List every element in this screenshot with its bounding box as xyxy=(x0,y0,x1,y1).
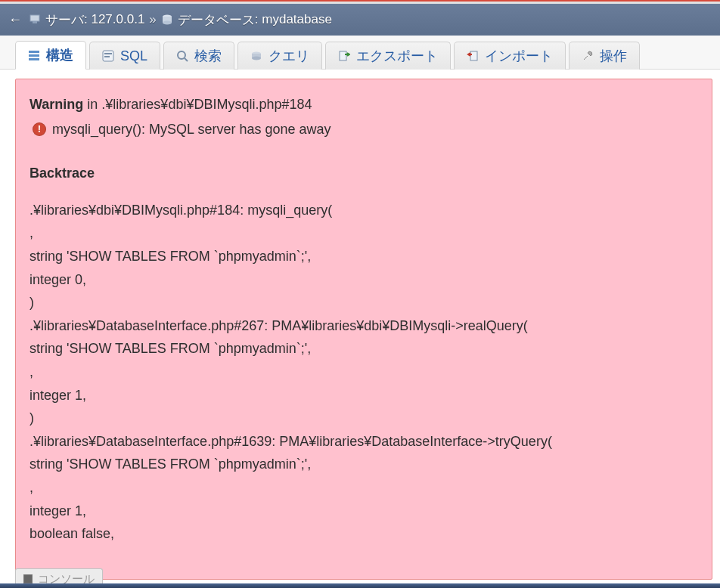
bottom-strip xyxy=(0,583,720,588)
error-box: Warning in .¥libraries¥dbi¥DBIMysqli.php… xyxy=(15,79,712,580)
tab-export[interactable]: エクスポート xyxy=(325,42,451,70)
main-area: Warning in .¥libraries¥dbi¥DBIMysqli.php… xyxy=(0,70,720,588)
search-icon xyxy=(176,50,188,62)
error-header: Warning in .¥libraries¥dbi¥DBIMysqli.php… xyxy=(29,93,698,116)
tab-label: 操作 xyxy=(600,47,627,65)
error-message-line: ! mysqli_query(): MySQL server has gone … xyxy=(29,118,698,141)
svg-point-11 xyxy=(178,51,185,59)
svg-rect-17 xyxy=(470,51,477,60)
breadcrumb: ← サーバ : 127.0.0.1 » データベース : xyxy=(0,4,720,36)
tab-structure[interactable]: 構造 xyxy=(15,41,86,70)
backtrace-text: .¥libraries¥dbi¥DBIMysqli.php#184: mysql… xyxy=(29,199,698,546)
breadcrumb-server[interactable]: サーバ : 127.0.0.1 xyxy=(29,11,144,29)
tab-sql[interactable]: SQL xyxy=(89,42,160,70)
breadcrumb-db-label: データベース xyxy=(178,11,255,29)
tab-label: 構造 xyxy=(46,46,73,64)
svg-rect-5 xyxy=(29,51,39,53)
tab-label: SQL xyxy=(120,48,147,64)
tab-search[interactable]: 検索 xyxy=(163,42,234,70)
backtrace-heading: Backtrace xyxy=(29,162,698,185)
svg-rect-10 xyxy=(104,56,110,57)
back-arrow-icon[interactable]: ← xyxy=(8,12,23,28)
svg-rect-6 xyxy=(29,54,39,57)
query-icon xyxy=(250,50,262,62)
tab-label: インポート xyxy=(485,47,553,65)
tab-label: エクスポート xyxy=(356,47,438,65)
export-icon xyxy=(338,50,350,62)
database-icon xyxy=(161,14,173,26)
breadcrumb-server-value: 127.0.0.1 xyxy=(91,12,144,27)
breadcrumb-database[interactable]: データベース : mydatabase xyxy=(161,11,332,29)
tab-query[interactable]: クエリ xyxy=(237,42,322,70)
svg-point-15 xyxy=(252,57,261,60)
svg-line-12 xyxy=(185,58,188,61)
svg-point-4 xyxy=(163,21,172,25)
tab-label: クエリ xyxy=(268,47,309,65)
tab-operations[interactable]: 操作 xyxy=(569,42,640,70)
tab-import[interactable]: インポート xyxy=(454,42,566,70)
error-icon: ! xyxy=(33,122,46,136)
warning-word: Warning xyxy=(29,97,83,112)
server-icon xyxy=(29,14,41,26)
breadcrumb-db-value: mydatabase xyxy=(262,12,332,27)
import-icon xyxy=(467,50,479,62)
breadcrumb-server-label: サーバ xyxy=(45,11,84,29)
error-message: mysqli_query(): MySQL server has gone aw… xyxy=(52,118,331,141)
wrench-icon xyxy=(582,50,594,62)
colon-2: : xyxy=(255,12,262,27)
svg-rect-0 xyxy=(30,15,39,21)
tab-label: 検索 xyxy=(194,47,222,65)
console-icon xyxy=(23,574,33,583)
svg-rect-1 xyxy=(33,21,37,23)
sql-icon xyxy=(102,50,114,62)
warning-tail: in .¥libraries¥dbi¥DBIMysqli.php#184 xyxy=(83,97,312,112)
svg-rect-9 xyxy=(104,53,112,54)
structure-icon xyxy=(28,49,40,61)
svg-rect-16 xyxy=(340,51,346,60)
svg-rect-7 xyxy=(29,58,39,60)
tabs-bar: 構造 SQL 検索 クエリ エクスポート xyxy=(0,36,720,70)
breadcrumb-sep: » xyxy=(149,12,156,27)
